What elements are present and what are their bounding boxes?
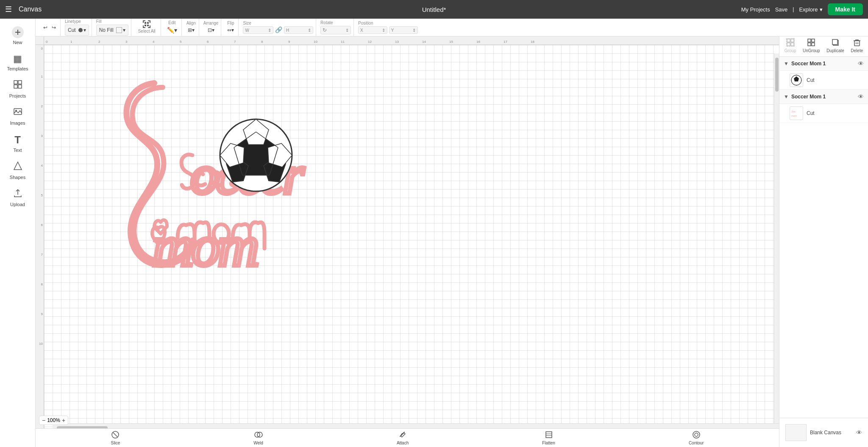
redo-button[interactable]: ↪	[50, 24, 58, 31]
flip-button[interactable]: ⇔▾	[225, 26, 236, 34]
document-title: Untitled*	[422, 6, 446, 13]
arrange-label: Arrange	[203, 21, 219, 25]
edit-label: Edit	[168, 20, 175, 25]
vertical-scrollbar[interactable]	[774, 53, 779, 423]
ruler-h-2: 2	[98, 40, 100, 44]
arrange-button[interactable]: ⊡▾	[206, 26, 216, 34]
ruler-h-11: 11	[341, 40, 345, 44]
weld-icon	[254, 430, 263, 440]
linetype-value: Cut	[68, 27, 76, 33]
flatten-button[interactable]: Flatten	[542, 430, 555, 445]
rotate-input[interactable]	[328, 28, 345, 33]
svg-rect-52	[546, 432, 552, 438]
layers-list: ▼ Soccer Mom 1 👁 Cut ▼ Soc	[779, 57, 868, 418]
sidebar-item-templates[interactable]: ▦ Templates	[0, 49, 35, 75]
canvas-preview-eye-icon[interactable]: 👁	[856, 429, 862, 436]
flatten-label: Flatten	[542, 441, 555, 445]
ungroup-action[interactable]: UnGroup	[803, 38, 820, 53]
sidebar-item-projects[interactable]: Projects	[0, 75, 35, 103]
duplicate-icon	[831, 38, 840, 47]
svg-rect-8	[14, 85, 17, 88]
linetype-select[interactable]: Cut ▾	[65, 25, 89, 36]
svg-rect-35	[808, 43, 811, 46]
svg-point-55	[693, 431, 700, 438]
svg-line-49	[113, 433, 117, 437]
slice-label: Slice	[111, 441, 120, 445]
svg-rect-2	[145, 25, 146, 26]
right-panel: Layers Color Sync Group UnGroup Duplicat…	[779, 19, 868, 447]
templates-icon: ▦	[13, 53, 22, 64]
height-input[interactable]	[290, 28, 307, 33]
undo-button[interactable]: ↩	[42, 24, 49, 31]
lock-ratio-icon[interactable]: 🔗	[275, 26, 282, 34]
slice-button[interactable]: Slice	[111, 430, 120, 445]
sidebar-item-text[interactable]: T Text	[0, 130, 35, 157]
sidebar-item-new[interactable]: New	[0, 22, 35, 49]
chevron-fill-icon: ▾	[123, 27, 125, 33]
hamburger-icon[interactable]: ☰	[5, 5, 12, 14]
flip-label: Flip	[227, 21, 234, 25]
chevron-layer1-icon: ▼	[784, 61, 789, 67]
select-all-button[interactable]: Select All	[136, 20, 158, 35]
pipe-divider: |	[793, 6, 794, 12]
nav-right-group: My Projects Save | Explore ▾ Make It	[741, 3, 863, 15]
ruler-v-2: 2	[41, 104, 43, 108]
y-input[interactable]	[395, 28, 412, 33]
layer-header-1[interactable]: ▼ Soccer Mom 1 👁	[779, 57, 868, 71]
new-circle-icon	[12, 26, 24, 38]
layer-child-2-label: Cut	[807, 110, 815, 116]
edit-button[interactable]: ✏️▾	[165, 26, 179, 34]
svg-rect-32	[786, 38, 795, 47]
chevron-linetype-icon: ▾	[83, 27, 86, 33]
zoom-in-button[interactable]: +	[62, 417, 65, 424]
svg-rect-7	[18, 81, 22, 84]
duplicate-action[interactable]: Duplicate	[826, 38, 844, 53]
delete-action[interactable]: Delete	[851, 38, 863, 53]
layer-2-visibility-icon[interactable]: 👁	[858, 93, 864, 100]
soccer-mom-artwork[interactable]: occer mom	[112, 70, 375, 293]
layers-actions-bar: Group UnGroup Duplicate Delete	[779, 35, 868, 57]
ruler-h-4: 4	[153, 40, 154, 44]
rotate-arrows-icon: ⇕	[345, 28, 349, 33]
flatten-icon	[545, 430, 553, 440]
horizontal-scrollbar[interactable]	[53, 423, 779, 428]
svg-rect-33	[808, 39, 811, 42]
contour-icon	[692, 430, 701, 440]
x-input[interactable]	[364, 28, 381, 33]
ruler-h-10: 10	[314, 40, 317, 44]
explore-button[interactable]: Explore ▾	[799, 6, 822, 13]
soccer-ball	[220, 119, 292, 191]
fill-select[interactable]: No Fill ▾	[96, 25, 128, 36]
ruler-v-5: 5	[41, 193, 43, 197]
sidebar-item-upload[interactable]: Upload	[0, 184, 35, 211]
layer-child-1[interactable]: Cut	[779, 71, 868, 90]
ruler-corner	[36, 36, 44, 45]
width-input[interactable]	[250, 28, 267, 33]
my-projects-button[interactable]: My Projects	[741, 6, 770, 13]
zoom-out-button[interactable]: −	[42, 417, 45, 424]
canvas-grid[interactable]: occer mom	[44, 45, 779, 428]
layer-1-visibility-icon[interactable]: 👁	[858, 60, 864, 67]
sidebar-item-images[interactable]: Images	[0, 103, 35, 130]
duplicate-label: Duplicate	[826, 48, 844, 53]
v-scroll-thumb[interactable]	[775, 58, 779, 92]
undo-redo-group: ↩ ↪	[39, 19, 61, 36]
save-button[interactable]: Save	[775, 6, 788, 13]
weld-button[interactable]: Weld	[253, 430, 263, 445]
svg-rect-30	[787, 43, 790, 46]
main-toolbar: ↩ ↪ Linetype Cut ▾ Fill No Fill ▾	[36, 19, 868, 36]
sidebar-shapes-label: Shapes	[10, 175, 25, 180]
group-action[interactable]: Group	[785, 38, 796, 53]
ruler-v-0: 0	[41, 47, 43, 50]
make-it-button[interactable]: Make It	[828, 3, 863, 15]
contour-button[interactable]: Contour	[689, 430, 704, 445]
layer-header-2[interactable]: ▼ Soccer Mom 1 👁	[779, 90, 868, 104]
top-navigation: ☰ Canvas Untitled* My Projects Save | Ex…	[0, 0, 868, 19]
main-canvas-area: 0 1 2 3 4 5 6 7 8 9 10 11 12 13 14 15 16…	[36, 36, 779, 428]
align-button[interactable]: ⊞▾	[186, 26, 196, 34]
layer-child-2[interactable]: Soc mom Cut	[779, 104, 868, 123]
ruler-h-6: 6	[207, 40, 209, 44]
sidebar-item-shapes[interactable]: Shapes	[0, 157, 35, 184]
ruler-h-5: 5	[180, 40, 181, 44]
attach-button[interactable]: Attach	[397, 430, 409, 445]
